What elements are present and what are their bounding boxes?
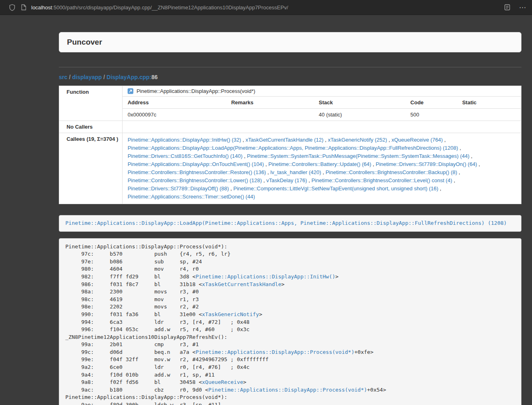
callee-link[interactable]: Pinetime::Drivers::Cst816S::GetTouchInfo… <box>127 153 242 159</box>
text-segment: 980: 4604 mov r4, r0 <box>65 266 199 272</box>
text-segment: 9ae: f89d 300b ldrb.w r3, [sp, #11] <box>65 402 221 405</box>
content-container: Puncover src / displayapp / DisplayApp.c… <box>59 32 521 405</box>
asm-line: 9ac: b180 cbz r0, 9d0 <Pinetime::Applica… <box>65 386 515 394</box>
text-segment: Pinetime::Applications::DisplayApp::Proc… <box>65 394 227 400</box>
asm-line: 99a: 2b01 cmp r3, #1 <box>65 341 515 349</box>
callee-link[interactable]: Pinetime::Controllers::BrightnessControl… <box>127 177 262 183</box>
function-signature: Pinetime::Applications::DisplayApp::Proc… <box>136 88 255 94</box>
text-segment: 9a2: 6ce0 ldr r0, [r4, #76] ; 0x4c <box>65 364 250 370</box>
column-static: Static <box>457 97 521 109</box>
callee-separator: , <box>321 169 325 175</box>
text-segment: > <box>281 281 284 287</box>
callee-link[interactable]: Pinetime::Applications::Screens::Timer::… <box>127 194 255 200</box>
asm-line: 98a: 2300 movs r3, #0 <box>65 288 515 296</box>
callees-cell: Pinetime::Applications::DisplayApp::Init… <box>123 133 521 204</box>
disassembly-block: Pinetime::Applications::DisplayApp::Proc… <box>59 238 521 405</box>
url-bar[interactable]: localhost:5000/path/src/displayapp/Displ… <box>31 4 504 11</box>
page-title: Puncover <box>67 38 513 47</box>
page-info-icon[interactable] <box>21 4 26 11</box>
metrics-header-row: Address Remarks Stack Code Static <box>123 97 521 109</box>
overflow-menu-icon[interactable]: ⋯ <box>519 4 526 11</box>
text-segment: +0x54> <box>367 387 386 393</box>
text-segment: +0xfe> <box>354 349 373 355</box>
callee-separator: , <box>323 137 328 143</box>
text-segment: 97e: b086 sub sp, #24 <box>65 259 202 265</box>
callee-link[interactable]: xTaskGenericNotify (252) <box>328 137 387 143</box>
callee-link[interactable]: Pinetime::Controllers::BrightnessControl… <box>311 177 452 183</box>
url-host: localhost <box>31 4 52 11</box>
highlighted-symbol-link[interactable]: Pinetime::Applications::DisplayApp::Load… <box>65 220 507 226</box>
function-detail-cell: Pinetime::Applications::DisplayApp::Proc… <box>123 86 521 121</box>
callee-link[interactable]: Pinetime::Applications::DisplayApp::OnTo… <box>127 161 264 167</box>
function-row-label: Function <box>59 86 123 121</box>
callee-link[interactable]: vTaskDelay (176) <box>266 177 307 183</box>
shield-icon[interactable] <box>9 4 15 11</box>
asm-line: 982: f7ff fd29 bl 3d8 <Pinetime::Applica… <box>65 273 515 281</box>
column-stack: Stack <box>314 97 406 109</box>
callee-separator: , <box>443 137 446 143</box>
browser-toolbar: localhost:5000/path/src/displayapp/Displ… <box>0 0 532 15</box>
breadcrumb-link[interactable]: DisplayApp.cpp: <box>107 74 151 80</box>
asm-line: 97e: b086 sub sp, #24 <box>65 258 515 266</box>
text-segment: / <box>67 74 72 80</box>
code-link[interactable]: Pinetime::Applications::DisplayApp::Proc… <box>208 387 367 393</box>
asm-line: 99e: f04f 32ff mov.w r2, #4294967295 ; 0… <box>65 356 515 364</box>
reader-view-icon[interactable] <box>504 4 510 11</box>
text-segment: 9a4: f10d 010b add.w r1, sp, #11 <box>65 372 215 378</box>
asm-line: 9ae: f89d 300b ldrb.w r3, [sp, #11] <box>65 401 515 405</box>
asm-line: _ZN8Pinetime12Applications10DisplayApp7R… <box>65 334 515 341</box>
text-segment: 99c: d06d beq.n a7a < <box>65 349 196 355</box>
callee-link[interactable]: Pinetime::System::SystemTask::PushMessag… <box>247 153 470 159</box>
column-code: Code <box>405 97 457 109</box>
callee-link[interactable]: Pinetime::Drivers::St7789::DisplayOn() (… <box>376 161 477 167</box>
code-link[interactable]: xQueueReceive <box>202 379 243 385</box>
callee-link[interactable]: Pinetime::Applications::DisplayApp::Init… <box>127 137 241 143</box>
callee-link[interactable]: Pinetime::Drivers::St7789::DisplayOff() … <box>127 185 229 192</box>
text-segment: > <box>259 311 262 317</box>
breadcrumb-link[interactable]: displayapp <box>72 74 102 80</box>
text-segment: 9ac: b180 cbz r0, 9d0 < <box>65 387 208 393</box>
divider <box>59 67 521 67</box>
breadcrumb-link[interactable]: src <box>59 74 67 80</box>
callee-link[interactable]: Pinetime::Components::LittleVgl::SetNewT… <box>233 185 438 192</box>
text-segment: 982: f7ff fd29 bl 3d8 < <box>65 274 196 280</box>
metrics-value-row: 0x0000097c 40 (static) 500 <box>123 109 521 121</box>
function-row: Function Pinetime::Applications::Display… <box>59 86 521 121</box>
code-link[interactable]: Pinetime::Applications::DisplayApp::Init… <box>196 274 335 280</box>
code-link[interactable]: xTaskGenericNotify <box>202 311 259 317</box>
text-segment: 996: f104 053c add.w r5, r4, #60 ; 0x3c <box>65 326 250 332</box>
text-segment: 990: f031 fa36 bl 31e00 < <box>65 311 202 317</box>
text-segment: / <box>102 74 107 80</box>
callee-separator: , <box>458 145 461 151</box>
code-link[interactable]: xTaskGetCurrentTaskHandle <box>202 281 282 287</box>
remarks-value <box>226 109 314 121</box>
address-value: 0x0000097c <box>123 109 226 121</box>
callee-link[interactable]: Pinetime::Controllers::BrightnessControl… <box>127 169 266 175</box>
callee-link[interactable]: xQueueReceive (764) <box>392 137 443 143</box>
callee-separator: , <box>229 185 233 192</box>
callee-link[interactable]: Pinetime::Controllers::BrightnessControl… <box>325 169 457 175</box>
text-segment: 98a: 2300 movs r3, #0 <box>65 289 199 295</box>
code-value: 500 <box>405 109 457 121</box>
callee-link[interactable]: Pinetime::Applications::DisplayApp::Load… <box>127 145 458 151</box>
text-segment: 994: 6ca3 ldr r3, [r4, #72] ; 0x48 <box>65 319 250 325</box>
text-segment: 98e: 2202 movs r2, #2 <box>65 304 199 310</box>
callee-separator: , <box>477 161 480 167</box>
callee-separator: , <box>371 161 376 167</box>
asm-line: 990: f031 fa36 bl 31e00 <xTaskGenericNot… <box>65 311 515 319</box>
callees-row-label: Callees (19, Σ=3704 ) <box>59 133 123 204</box>
symbol-table: Function Pinetime::Applications::Display… <box>59 86 521 204</box>
callee-link[interactable]: lv_task_handler (420) <box>270 169 321 175</box>
text-segment: > <box>243 379 246 385</box>
static-value <box>457 109 521 121</box>
callee-separator: , <box>470 153 472 159</box>
asm-line: 9a8: f02f fd56 bl 30458 <xQueueReceive> <box>65 379 515 386</box>
text-segment: 986: f031 f8c7 bl 31b18 < <box>65 281 202 287</box>
code-link[interactable]: Pinetime::Applications::DisplayApp::Proc… <box>196 349 354 355</box>
callee-separator: , <box>452 177 455 183</box>
asm-line: 97c: b570 push {r4, r5, r6, lr} <box>65 250 515 258</box>
metrics-table: Address Remarks Stack Code Static 0x0000… <box>123 97 521 121</box>
callee-link[interactable]: Pinetime::Controllers::Battery::Update()… <box>268 161 371 167</box>
callee-link[interactable]: xTaskGetCurrentTaskHandle (12) <box>246 137 323 143</box>
asm-line: 980: 4604 mov r4, r0 <box>65 265 515 273</box>
